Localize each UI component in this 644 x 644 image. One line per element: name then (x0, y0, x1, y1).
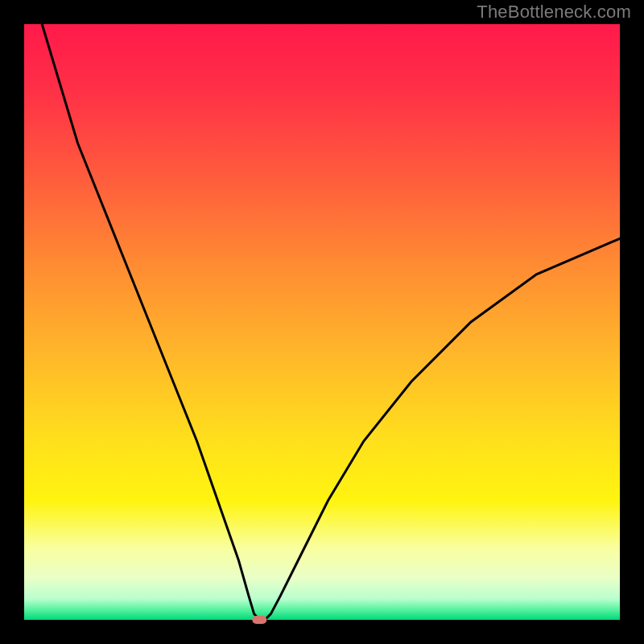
watermark-text: TheBottleneck.com (477, 2, 631, 23)
minimum-marker (252, 616, 266, 624)
chart-canvas (0, 0, 644, 644)
plot-background (24, 24, 620, 620)
outer-frame: TheBottleneck.com (0, 0, 644, 644)
